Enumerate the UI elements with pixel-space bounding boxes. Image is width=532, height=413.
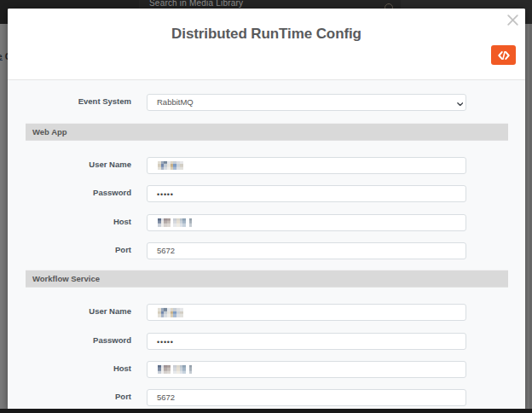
event-system-select[interactable]: RabbitMQ (147, 94, 466, 111)
webapp-host-label: Host (29, 217, 131, 226)
workflow-port-label: Port (29, 392, 131, 401)
webapp-username-input[interactable] (147, 157, 466, 174)
code-view-button[interactable] (491, 45, 516, 65)
close-icon (507, 15, 518, 26)
webapp-host-input[interactable] (147, 214, 466, 231)
modal-header: Distributed RunTime Config (8, 9, 525, 80)
redacted-value (158, 308, 183, 317)
password-dots: ••••• (157, 190, 174, 199)
workflow-port-input[interactable]: 5672 (147, 389, 466, 406)
workflow-username-label: User Name (29, 306, 131, 316)
webapp-port-label: Port (29, 245, 131, 254)
section-header-workflow-service: Workflow Service (26, 270, 508, 288)
section-title: Workflow Service (32, 274, 100, 283)
webapp-port-input[interactable]: 5672 (147, 242, 466, 259)
redacted-value (158, 218, 192, 227)
port-value: 5672 (157, 393, 175, 402)
close-button[interactable] (507, 14, 518, 25)
code-icon (498, 51, 510, 60)
webapp-password-label: Password (29, 188, 131, 197)
workflow-password-input[interactable]: ••••• (147, 333, 466, 350)
redacted-value (158, 365, 192, 374)
password-dots: ••••• (157, 338, 174, 346)
webapp-username-label: User Name (29, 160, 131, 169)
event-system-label: Event System (29, 96, 131, 106)
redacted-value (158, 161, 183, 170)
distributed-runtime-config-modal: Distributed RunTime Config Event System … (8, 9, 525, 410)
section-title: Web App (32, 127, 67, 137)
workflow-host-label: Host (29, 364, 131, 373)
background-tab-underline (0, 60, 3, 61)
bottom-dark-strip (0, 409, 532, 413)
section-header-web-app: Web App (26, 123, 508, 141)
chevron-down-icon (457, 102, 464, 107)
port-value: 5672 (157, 246, 175, 255)
search-input[interactable]: Search in Media Library (149, 0, 243, 8)
workflow-username-input[interactable] (147, 304, 466, 321)
webapp-password-input[interactable]: ••••• (147, 185, 466, 202)
modal-title: Distributed RunTime Config (8, 26, 525, 43)
workflow-password-label: Password (29, 335, 131, 345)
workflow-host-input[interactable] (147, 361, 466, 378)
event-system-value: RabbitMQ (157, 97, 194, 107)
